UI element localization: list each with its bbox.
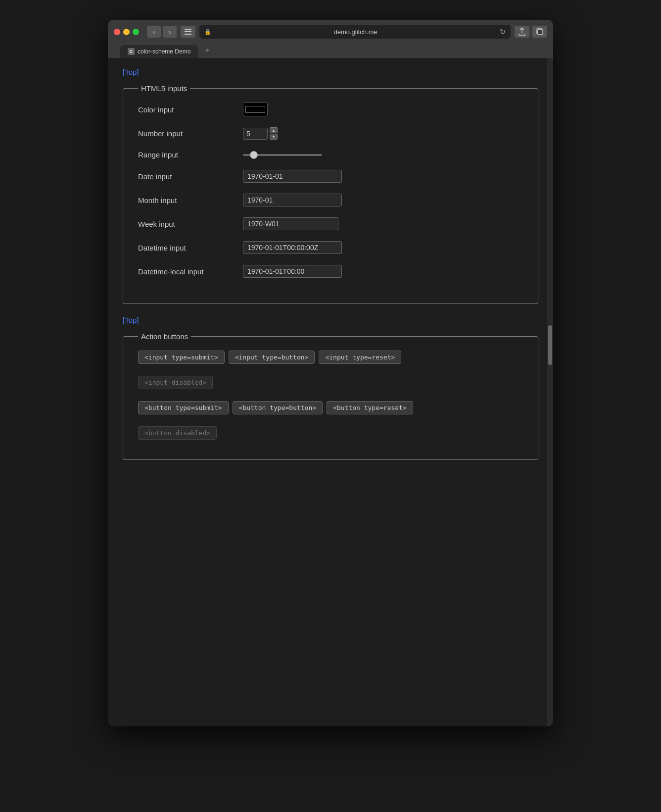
datetime-input-row: Datetime input <box>138 241 523 254</box>
tab-favicon: C <box>128 48 135 55</box>
top-link-1[interactable]: [Top] <box>123 68 139 76</box>
scrollbar-thumb[interactable] <box>548 325 552 365</box>
svg-rect-2 <box>185 34 191 35</box>
tab-label: color-scheme Demo <box>138 48 190 55</box>
week-input[interactable] <box>243 217 338 230</box>
share-button[interactable] <box>515 26 529 38</box>
input-disabled-button: <input disabled> <box>138 376 213 389</box>
active-tab[interactable]: C color-scheme Demo <box>120 45 198 58</box>
input-button-button[interactable]: <input type=button> <box>229 351 315 364</box>
button-disabled-button: <button disabled> <box>138 426 217 440</box>
range-input-label: Range input <box>138 151 237 159</box>
month-input-row: Month input <box>138 194 523 206</box>
traffic-lights <box>114 29 139 35</box>
svg-rect-4 <box>538 30 543 35</box>
back-button[interactable]: ‹ <box>147 26 161 38</box>
spinner-up[interactable]: ▲ <box>270 127 278 133</box>
input-disabled-row: <input disabled> <box>138 376 523 389</box>
week-input-row: Week input <box>138 217 523 230</box>
html5-inputs-section: HTML5 inputs Color input Number input ▲ … <box>123 84 538 304</box>
page-content: [Top] HTML5 inputs Color input Number in… <box>108 58 553 726</box>
number-input-wrap: ▲ ▼ <box>243 127 278 140</box>
color-input-label: Color input <box>138 105 237 114</box>
button-submit-button[interactable]: <button type=submit> <box>138 401 229 414</box>
lock-icon: 🔒 <box>204 29 211 35</box>
button-disabled-row: <button disabled> <box>138 426 523 440</box>
datetime-local-input-row: Datetime-local input <box>138 265 523 278</box>
toolbar-right <box>515 26 547 38</box>
spinner-down[interactable]: ▼ <box>270 134 278 140</box>
color-input-row: Color input <box>138 102 523 116</box>
new-window-button[interactable] <box>532 26 547 38</box>
close-button[interactable] <box>114 29 120 35</box>
month-input[interactable] <box>243 194 342 206</box>
button-reset-button[interactable]: <button type=reset> <box>327 401 413 414</box>
button-buttons-row: <button type=submit> <button type=button… <box>138 401 523 414</box>
date-input-label: Date input <box>138 172 237 181</box>
button-button-button[interactable]: <button type=button> <box>233 401 323 414</box>
month-input-label: Month input <box>138 196 237 204</box>
color-input[interactable] <box>243 102 268 116</box>
number-input[interactable] <box>243 128 268 140</box>
sidebar-button[interactable] <box>181 26 195 38</box>
action-buttons-legend: Action buttons <box>138 332 191 341</box>
tab-bar: C color-scheme Demo + <box>114 44 547 58</box>
number-input-row: Number input ▲ ▼ <box>138 127 523 140</box>
nav-buttons: ‹ › <box>147 26 177 38</box>
svg-rect-1 <box>185 31 191 32</box>
input-submit-button[interactable]: <input type=submit> <box>138 351 225 364</box>
datetime-input[interactable] <box>243 241 342 254</box>
minimize-button[interactable] <box>123 29 130 35</box>
number-input-label: Number input <box>138 129 237 138</box>
range-input-row: Range input <box>138 151 523 159</box>
forward-button[interactable]: › <box>163 26 177 38</box>
input-buttons-row: <input type=submit> <input type=button> … <box>138 351 523 364</box>
url-text: demo.glitch.me <box>214 28 497 36</box>
week-input-label: Week input <box>138 220 237 228</box>
date-input[interactable] <box>243 170 342 183</box>
fullscreen-button[interactable] <box>133 29 139 35</box>
scrollbar-track <box>547 58 553 726</box>
address-bar[interactable]: 🔒 demo.glitch.me ↻ <box>199 25 511 39</box>
range-input[interactable] <box>243 154 322 156</box>
html5-inputs-legend: HTML5 inputs <box>138 84 190 93</box>
top-link-2[interactable]: [Top] <box>123 316 139 324</box>
input-reset-button[interactable]: <input type=reset> <box>319 351 401 364</box>
datetime-local-input-label: Datetime-local input <box>138 267 237 276</box>
action-buttons-section: Action buttons <input type=submit> <inpu… <box>123 332 538 460</box>
reload-button[interactable]: ↻ <box>500 28 506 36</box>
svg-rect-0 <box>185 29 191 30</box>
datetime-local-input[interactable] <box>243 265 342 278</box>
number-spinner: ▲ ▼ <box>270 127 278 140</box>
datetime-input-label: Datetime input <box>138 244 237 252</box>
new-tab-button[interactable]: + <box>200 44 214 58</box>
date-input-row: Date input <box>138 170 523 183</box>
